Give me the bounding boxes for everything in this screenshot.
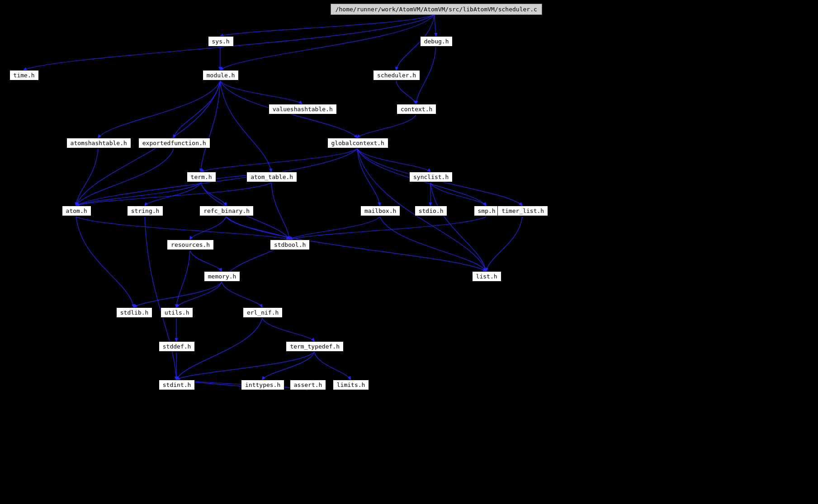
edge-atom_h-stdbool_h	[76, 217, 289, 240]
edge-synclist_h-list_h	[430, 183, 486, 271]
edge-term_typedef_h-limits_h	[314, 352, 350, 380]
edge-scheduler_c-sys_h	[220, 14, 435, 36]
edge-scheduler_h-context_h	[396, 81, 416, 104]
edge-timer_list_h-list_h	[486, 217, 522, 271]
node-resources_h: resources.h	[167, 240, 214, 250]
node-stdlib_h: stdlib.h	[116, 307, 153, 318]
edge-resources_h-utils_h	[176, 250, 190, 307]
edge-memory_h-erl_nif_h	[222, 282, 262, 307]
node-refc_binary_h: refc_binary.h	[199, 206, 254, 216]
edge-scheduler_c-debug_h	[435, 14, 436, 36]
edge-mailbox_h-stdbool_h	[289, 217, 380, 240]
edge-globalcontext_h-atom_h	[76, 149, 357, 206]
node-context_h: context.h	[397, 104, 436, 114]
node-synclist_h: synclist.h	[409, 172, 453, 182]
node-sys_h: sys.h	[208, 36, 234, 47]
node-term_typedef_h: term_typedef.h	[286, 341, 344, 352]
node-valueshashtable_h: valueshashtable.h	[269, 104, 337, 114]
edge-memory_h-stdlib_h	[134, 282, 222, 307]
edge-term_h-refc_binary_h	[201, 183, 226, 206]
node-atom_h: atom.h	[62, 206, 91, 216]
node-mailbox_h: mailbox.h	[360, 206, 400, 216]
node-stddef_h: stddef.h	[159, 341, 195, 352]
node-stdbool_h: stdbool.h	[270, 240, 310, 250]
node-exportedfunction_h: exportedfunction.h	[138, 138, 210, 148]
edge-term_typedef_h-inttypes_h	[262, 352, 314, 380]
edge-scheduler_c-module_h	[220, 14, 435, 70]
node-smp_h: smp.h	[474, 206, 500, 216]
edge-atom_table_h-stdbool_h	[271, 183, 289, 240]
edge-module_h-atom_table_h	[220, 81, 271, 172]
node-assert_h: assert.h	[290, 380, 326, 390]
node-atomshashtable_h: atomshashtable.h	[66, 138, 131, 148]
edge-refc_binary_h-stdbool_h	[226, 217, 289, 240]
node-memory_h: memory.h	[204, 271, 241, 282]
edge-context_h-globalcontext_h	[357, 115, 416, 138]
node-list_h: list.h	[472, 271, 501, 282]
edge-atom_h-stdlib_h	[76, 217, 134, 307]
node-atom_table_h: atom_table.h	[246, 172, 297, 182]
node-module_h: module.h	[203, 70, 239, 80]
edge-module_h-term_h	[201, 81, 220, 172]
edge-smp_h-stdbool_h	[289, 217, 486, 240]
edge-refc_binary_h-resources_h	[190, 217, 226, 240]
node-scheduler_h: scheduler.h	[373, 70, 420, 80]
node-scheduler_c: /home/runner/work/AtomVM/AtomVM/src/libA…	[331, 4, 542, 15]
node-limits_h: limits.h	[333, 380, 369, 390]
edge-exportedfunction_h-atom_h	[76, 149, 174, 206]
edge-erl_nif_h-term_typedef_h	[262, 318, 314, 341]
edge-atomshashtable_h-atom_h	[76, 149, 98, 206]
node-string_h: string.h	[127, 206, 164, 216]
edge-atom_table_h-atom_h	[76, 183, 271, 206]
edge-globalcontext_h-mailbox_h	[357, 149, 380, 206]
edge-module_h-atomshashtable_h	[98, 81, 220, 138]
node-time_h: time.h	[9, 70, 39, 80]
node-erl_nif_h: erl_nif.h	[243, 307, 283, 318]
node-inttypes_h: inttypes.h	[241, 380, 284, 390]
edge-refc_binary_h-list_h	[226, 217, 486, 271]
node-term_h: term.h	[187, 172, 216, 182]
node-utils_h: utils.h	[161, 307, 194, 318]
node-stdio_h: stdio.h	[415, 206, 448, 216]
edge-globalcontext_h-term_h	[201, 149, 357, 172]
edge-term_h-string_h	[145, 183, 201, 206]
edge-globalcontext_h-synclist_h	[357, 149, 430, 172]
node-timer_list_h: timer_list.h	[497, 206, 548, 216]
edge-module_h-exportedfunction_h	[174, 81, 220, 138]
edge-synclist_h-smp_h	[430, 183, 486, 206]
graph-container: /home/runner/work/AtomVM/AtomVM/src/libA…	[0, 0, 818, 504]
edge-memory_h-utils_h	[176, 282, 222, 307]
edge-mailbox_h-list_h	[380, 217, 486, 271]
node-debug_h: debug.h	[420, 36, 453, 47]
edge-term_h-atom_h	[76, 183, 201, 206]
edge-module_h-valueshashtable_h	[220, 81, 302, 104]
node-globalcontext_h: globalcontext.h	[327, 138, 388, 148]
node-stdint_h: stdint.h	[159, 380, 195, 390]
edge-resources_h-memory_h	[190, 250, 222, 271]
edge-term_typedef_h-stdint_h	[176, 352, 314, 380]
